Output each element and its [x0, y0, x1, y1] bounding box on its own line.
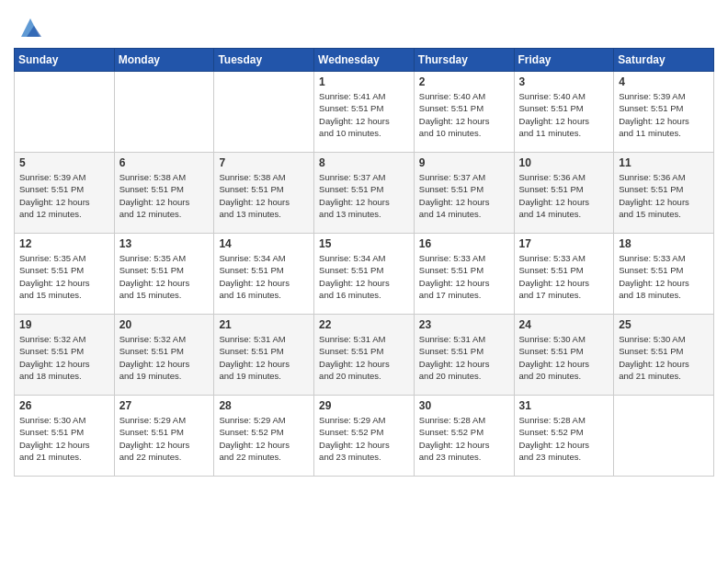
day-info: Sunrise: 5:37 AM Sunset: 5:51 PM Dayligh…: [419, 171, 509, 220]
calendar-cell: 30Sunrise: 5:28 AM Sunset: 5:52 PM Dayli…: [414, 396, 514, 477]
calendar-cell: 26Sunrise: 5:30 AM Sunset: 5:51 PM Dayli…: [15, 396, 115, 477]
day-number: 15: [319, 237, 409, 250]
day-number: 10: [519, 156, 609, 169]
day-info: Sunrise: 5:30 AM Sunset: 5:51 PM Dayligh…: [19, 414, 109, 463]
day-info: Sunrise: 5:39 AM Sunset: 5:51 PM Dayligh…: [619, 90, 709, 139]
day-number: 30: [419, 399, 509, 412]
day-number: 8: [319, 156, 409, 169]
day-number: 22: [319, 318, 409, 331]
day-number: 18: [619, 237, 709, 250]
page-header: [14, 9, 714, 40]
day-number: 19: [19, 318, 109, 331]
calendar-cell: 2Sunrise: 5:40 AM Sunset: 5:51 PM Daylig…: [414, 72, 514, 153]
day-number: 28: [219, 399, 309, 412]
day-info: Sunrise: 5:29 AM Sunset: 5:51 PM Dayligh…: [119, 414, 210, 463]
calendar-cell: 22Sunrise: 5:31 AM Sunset: 5:51 PM Dayli…: [314, 315, 415, 396]
calendar-cell: 23Sunrise: 5:31 AM Sunset: 5:51 PM Dayli…: [414, 315, 514, 396]
day-number: 21: [219, 318, 309, 331]
day-number: 14: [219, 237, 309, 250]
day-number: 4: [619, 75, 709, 88]
column-header-monday: Monday: [114, 49, 214, 72]
day-info: Sunrise: 5:31 AM Sunset: 5:51 PM Dayligh…: [219, 333, 309, 382]
day-number: 11: [619, 156, 709, 169]
day-info: Sunrise: 5:30 AM Sunset: 5:51 PM Dayligh…: [519, 333, 609, 382]
calendar-cell: 9Sunrise: 5:37 AM Sunset: 5:51 PM Daylig…: [414, 153, 514, 234]
calendar-cell: 8Sunrise: 5:37 AM Sunset: 5:51 PM Daylig…: [314, 153, 415, 234]
day-info: Sunrise: 5:33 AM Sunset: 5:51 PM Dayligh…: [619, 252, 709, 301]
calendar-cell: 6Sunrise: 5:38 AM Sunset: 5:51 PM Daylig…: [114, 153, 214, 234]
day-number: 9: [419, 156, 509, 169]
day-number: 1: [319, 75, 409, 88]
day-number: 3: [519, 75, 609, 88]
logo: [14, 15, 43, 40]
day-info: Sunrise: 5:34 AM Sunset: 5:51 PM Dayligh…: [219, 252, 309, 301]
day-number: 24: [519, 318, 609, 331]
calendar-cell: 7Sunrise: 5:38 AM Sunset: 5:51 PM Daylig…: [214, 153, 314, 234]
calendar-cell: 17Sunrise: 5:33 AM Sunset: 5:51 PM Dayli…: [514, 234, 614, 315]
calendar-cell: 25Sunrise: 5:30 AM Sunset: 5:51 PM Dayli…: [614, 315, 714, 396]
day-number: 2: [419, 75, 509, 88]
calendar-cell: 12Sunrise: 5:35 AM Sunset: 5:51 PM Dayli…: [15, 234, 115, 315]
calendar-week-row: 1Sunrise: 5:41 AM Sunset: 5:51 PM Daylig…: [15, 72, 714, 153]
calendar-cell: 3Sunrise: 5:40 AM Sunset: 5:51 PM Daylig…: [514, 72, 614, 153]
day-number: 31: [519, 399, 609, 412]
calendar-cell: [214, 72, 314, 153]
column-header-tuesday: Tuesday: [214, 49, 314, 72]
day-number: 26: [19, 399, 109, 412]
day-info: Sunrise: 5:35 AM Sunset: 5:51 PM Dayligh…: [19, 252, 109, 301]
day-info: Sunrise: 5:35 AM Sunset: 5:51 PM Dayligh…: [119, 252, 210, 301]
calendar-cell: 16Sunrise: 5:33 AM Sunset: 5:51 PM Dayli…: [414, 234, 514, 315]
day-info: Sunrise: 5:32 AM Sunset: 5:51 PM Dayligh…: [119, 333, 210, 382]
day-info: Sunrise: 5:38 AM Sunset: 5:51 PM Dayligh…: [219, 171, 309, 220]
day-info: Sunrise: 5:33 AM Sunset: 5:51 PM Dayligh…: [419, 252, 509, 301]
day-info: Sunrise: 5:28 AM Sunset: 5:52 PM Dayligh…: [419, 414, 509, 463]
day-info: Sunrise: 5:29 AM Sunset: 5:52 PM Dayligh…: [219, 414, 309, 463]
calendar-week-row: 5Sunrise: 5:39 AM Sunset: 5:51 PM Daylig…: [15, 153, 714, 234]
calendar-cell: 5Sunrise: 5:39 AM Sunset: 5:51 PM Daylig…: [15, 153, 115, 234]
day-info: Sunrise: 5:32 AM Sunset: 5:51 PM Dayligh…: [19, 333, 109, 382]
calendar-cell: 28Sunrise: 5:29 AM Sunset: 5:52 PM Dayli…: [214, 396, 314, 477]
day-number: 23: [419, 318, 509, 331]
day-info: Sunrise: 5:28 AM Sunset: 5:52 PM Dayligh…: [519, 414, 609, 463]
calendar-cell: 20Sunrise: 5:32 AM Sunset: 5:51 PM Dayli…: [114, 315, 214, 396]
calendar-cell: 18Sunrise: 5:33 AM Sunset: 5:51 PM Dayli…: [614, 234, 714, 315]
column-header-wednesday: Wednesday: [314, 49, 415, 72]
day-info: Sunrise: 5:31 AM Sunset: 5:51 PM Dayligh…: [319, 333, 409, 382]
calendar-cell: 10Sunrise: 5:36 AM Sunset: 5:51 PM Dayli…: [514, 153, 614, 234]
logo-icon: [17, 15, 43, 40]
column-header-saturday: Saturday: [614, 49, 714, 72]
day-number: 25: [619, 318, 709, 331]
day-number: 13: [119, 237, 210, 250]
day-info: Sunrise: 5:39 AM Sunset: 5:51 PM Dayligh…: [19, 171, 109, 220]
day-number: 5: [19, 156, 109, 169]
calendar-cell: 13Sunrise: 5:35 AM Sunset: 5:51 PM Dayli…: [114, 234, 214, 315]
calendar-cell: 31Sunrise: 5:28 AM Sunset: 5:52 PM Dayli…: [514, 396, 614, 477]
day-info: Sunrise: 5:36 AM Sunset: 5:51 PM Dayligh…: [519, 171, 609, 220]
calendar-cell: 15Sunrise: 5:34 AM Sunset: 5:51 PM Dayli…: [314, 234, 415, 315]
calendar-cell: [614, 396, 714, 477]
calendar-cell: 21Sunrise: 5:31 AM Sunset: 5:51 PM Dayli…: [214, 315, 314, 396]
calendar-header-row: SundayMondayTuesdayWednesdayThursdayFrid…: [15, 49, 714, 72]
calendar-cell: 24Sunrise: 5:30 AM Sunset: 5:51 PM Dayli…: [514, 315, 614, 396]
day-number: 20: [119, 318, 210, 331]
calendar-cell: 14Sunrise: 5:34 AM Sunset: 5:51 PM Dayli…: [214, 234, 314, 315]
day-number: 27: [119, 399, 210, 412]
day-info: Sunrise: 5:40 AM Sunset: 5:51 PM Dayligh…: [519, 90, 609, 139]
day-number: 6: [119, 156, 210, 169]
day-info: Sunrise: 5:30 AM Sunset: 5:51 PM Dayligh…: [619, 333, 709, 382]
day-info: Sunrise: 5:33 AM Sunset: 5:51 PM Dayligh…: [519, 252, 609, 301]
day-info: Sunrise: 5:36 AM Sunset: 5:51 PM Dayligh…: [619, 171, 709, 220]
day-number: 7: [219, 156, 309, 169]
calendar-table: SundayMondayTuesdayWednesdayThursdayFrid…: [14, 48, 714, 477]
calendar-cell: 4Sunrise: 5:39 AM Sunset: 5:51 PM Daylig…: [614, 72, 714, 153]
calendar-week-row: 26Sunrise: 5:30 AM Sunset: 5:51 PM Dayli…: [15, 396, 714, 477]
calendar-week-row: 12Sunrise: 5:35 AM Sunset: 5:51 PM Dayli…: [15, 234, 714, 315]
calendar-cell: 19Sunrise: 5:32 AM Sunset: 5:51 PM Dayli…: [15, 315, 115, 396]
day-info: Sunrise: 5:31 AM Sunset: 5:51 PM Dayligh…: [419, 333, 509, 382]
calendar-week-row: 19Sunrise: 5:32 AM Sunset: 5:51 PM Dayli…: [15, 315, 714, 396]
day-number: 12: [19, 237, 109, 250]
day-number: 17: [519, 237, 609, 250]
day-info: Sunrise: 5:37 AM Sunset: 5:51 PM Dayligh…: [319, 171, 409, 220]
day-number: 16: [419, 237, 509, 250]
day-info: Sunrise: 5:29 AM Sunset: 5:52 PM Dayligh…: [319, 414, 409, 463]
